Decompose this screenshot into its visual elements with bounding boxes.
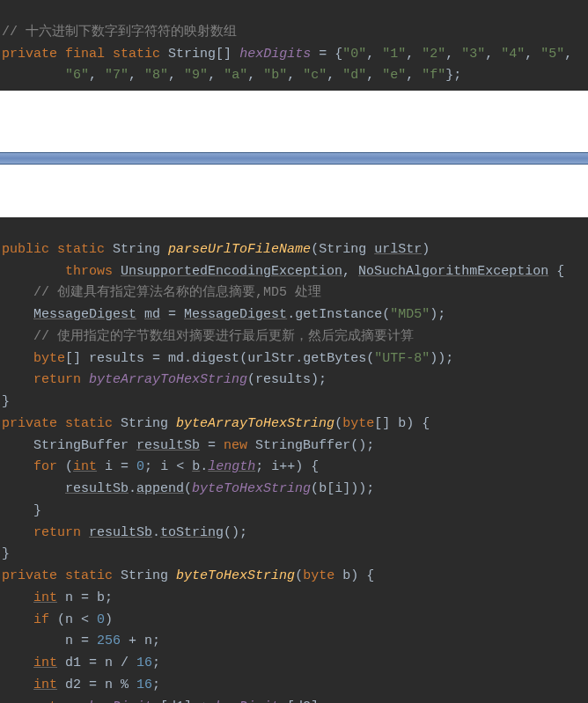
lit-8: "8" — [144, 68, 168, 83]
arg-md5: "MD5" — [390, 307, 430, 322]
code-block-1: // 十六进制下数字到字符符的映射数组 private final static… — [0, 0, 588, 91]
keyword-int: int — [73, 459, 97, 474]
keyword-byte: byte — [33, 351, 65, 366]
keyword-return: return — [33, 525, 81, 540]
var-results: results — [89, 351, 144, 366]
dot: . — [184, 351, 192, 366]
bracket: ] — [342, 481, 350, 496]
sep: , — [89, 68, 105, 83]
var-i: i — [271, 459, 279, 474]
obj-b: b — [319, 481, 327, 496]
assign-open: = { — [311, 47, 342, 62]
method-bytetohex: byteToHexString — [176, 568, 295, 583]
var-md: md — [144, 307, 160, 322]
type-string: String — [121, 416, 168, 431]
lit-d: "d" — [342, 68, 366, 83]
close: ) { — [350, 568, 374, 583]
type-stringbuffer: StringBuffer — [33, 438, 129, 453]
class-messagedigest: MessageDigest — [184, 307, 287, 322]
assign: = — [160, 307, 184, 322]
paren: ( — [239, 351, 247, 366]
num-0: 0 — [136, 459, 144, 474]
param-type: String — [319, 242, 374, 257]
brace: { — [548, 264, 564, 279]
call-tostring: toString — [160, 525, 224, 540]
dot: . — [129, 481, 136, 496]
keyword-return: return — [33, 699, 81, 704]
var-resultsb: resultSb — [136, 438, 200, 453]
method-bytearraytohex: byteArrayToHexString — [176, 416, 334, 431]
dot: . — [200, 459, 208, 474]
gap-1 — [0, 91, 588, 152]
keyword-int: int — [33, 677, 57, 692]
lit-0: "0" — [342, 47, 366, 62]
assign: = — [200, 438, 224, 453]
sep: , — [287, 68, 303, 83]
assign: = — [81, 655, 105, 670]
lit-5: "5" — [540, 47, 564, 62]
type-string: String — [113, 242, 160, 257]
param-type: byte — [303, 568, 334, 583]
var-i: i — [97, 459, 113, 474]
paren: ( — [57, 459, 73, 474]
idx-i: i — [334, 481, 342, 496]
paren: ( — [184, 481, 192, 496]
dot: . — [287, 307, 295, 322]
sep: , — [247, 68, 263, 83]
sep: , — [366, 68, 382, 83]
brace-close: } — [2, 394, 10, 409]
lit-f: "f" — [422, 68, 445, 83]
exc-nosuchalgo: NoSuchAlgorithmException — [358, 264, 548, 279]
lit-c: "c" — [303, 68, 327, 83]
semi: ; — [319, 699, 327, 704]
close: ); — [430, 307, 445, 322]
brackets: [] — [65, 351, 89, 366]
close: ) — [105, 612, 113, 627]
brace-close: } — [2, 546, 10, 561]
paren: ( — [334, 416, 342, 431]
keyword-static: static — [65, 416, 113, 431]
comment: // 创建具有指定算法名称的信息摘要,MD5 处理 — [33, 285, 321, 300]
param-b: b — [334, 568, 350, 583]
obj-urlstr: urlStr — [247, 351, 295, 366]
var-d2: d2 — [57, 677, 81, 692]
gap-2 — [0, 165, 588, 217]
sep: , — [327, 68, 342, 83]
assign: = — [81, 677, 105, 692]
comment: // 使用指定的字节数组对摘要进行最后更新，然后完成摘要计算 — [33, 329, 414, 344]
type-messagedigest: MessageDigest — [33, 307, 136, 322]
assign: = — [73, 633, 97, 648]
close: )); — [430, 351, 453, 366]
call-append: append — [136, 481, 184, 496]
ctor-stringbuffer: StringBuffer — [247, 438, 350, 453]
sep: , — [366, 47, 382, 62]
index-d2: [d2] — [287, 699, 319, 704]
close: ); — [311, 372, 327, 387]
dot: . — [152, 525, 160, 540]
comment: // 十六进制下数字到字符符的映射数组 — [2, 25, 237, 40]
sep: , — [564, 47, 572, 62]
keyword-private: private — [2, 568, 57, 583]
assign: = — [73, 590, 97, 605]
num-16: 16 — [136, 655, 152, 670]
keyword-static: static — [65, 568, 113, 583]
field-hexdigits: hexDigits — [89, 699, 160, 704]
paren: ( — [382, 307, 390, 322]
field-hexdigits: hexDigits — [239, 47, 311, 62]
semi: ; — [144, 459, 160, 474]
call-bytetohex: byteToHexString — [192, 481, 311, 496]
lit-2: "2" — [422, 47, 445, 62]
array-close: }; — [445, 68, 461, 83]
plus: + — [121, 633, 144, 648]
var-d1: d1 — [57, 655, 81, 670]
exc-unsupported: UnsupportedEncodingException — [121, 264, 342, 279]
keyword-for: for — [33, 459, 57, 474]
keyword-throws: throws — [65, 264, 113, 279]
num-256: 256 — [97, 633, 121, 648]
sep: , — [445, 47, 461, 62]
keyword-if: if — [33, 612, 49, 627]
lit-7: "7" — [105, 68, 129, 83]
keyword-static: static — [57, 242, 105, 257]
assign: = — [113, 459, 136, 474]
sep: , — [208, 68, 224, 83]
